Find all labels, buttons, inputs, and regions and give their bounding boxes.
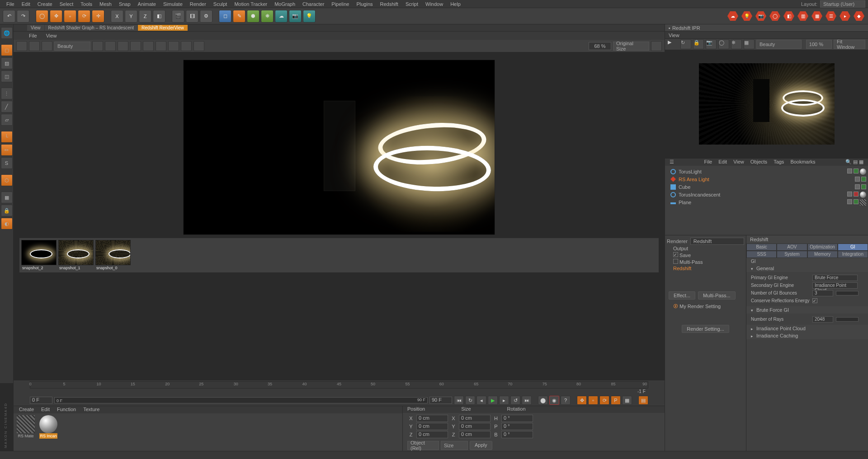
frame-start-field[interactable]: 0 F — [30, 397, 52, 404]
ipr-view-menu[interactable]: View — [665, 32, 868, 39]
rv-play-btn[interactable] — [29, 41, 40, 51]
rv-lock-btn[interactable] — [118, 41, 128, 51]
layout-select[interactable]: Startup (User) — [820, 0, 865, 8]
ipr-freeze-btn[interactable]: ❄ — [731, 39, 742, 49]
secondary-gi-select[interactable]: Irradiance Point Cloud — [812, 282, 858, 289]
deformer-btn[interactable]: ❋ — [261, 10, 274, 23]
planar-btn[interactable]: ◐ — [1, 218, 13, 230]
undo-btn[interactable]: ↶ — [3, 10, 15, 23]
tab-view[interactable]: View — [27, 25, 44, 31]
ipr-bucket-btn[interactable]: ▦ — [744, 39, 755, 49]
material-rs-mate[interactable]: RS Mate — [15, 415, 36, 449]
menu-help[interactable]: Help — [447, 0, 464, 8]
axis-tool-btn[interactable]: └ — [1, 131, 13, 143]
workplane-btn[interactable]: ◫ — [1, 70, 13, 82]
obj-cube[interactable]: Cube — [667, 183, 866, 191]
rv-menu-file[interactable]: File — [29, 33, 37, 38]
conserve-energy-checkbox[interactable] — [812, 298, 817, 303]
primary-gi-select[interactable]: Brute Force — [812, 275, 858, 281]
rv-zoom-field[interactable]: 68 % — [589, 42, 611, 50]
tab-renderview[interactable]: Redshift RenderView — [138, 25, 188, 31]
render-viewport[interactable]: snapshot_2 snapshot_1 snapshot_0 — [14, 52, 665, 380]
axis-x-btn[interactable]: X — [111, 10, 123, 23]
tab-memory[interactable]: Memory — [807, 251, 838, 258]
om-file[interactable]: File — [704, 159, 712, 165]
rs-hex-5[interactable]: ◧ — [783, 10, 795, 23]
points-mode-btn[interactable]: ⋮ — [1, 88, 13, 99]
key-scale-btn[interactable]: ▫ — [588, 396, 598, 405]
effect-button[interactable]: Effect... — [669, 291, 695, 300]
menu-plugins[interactable]: Plugins — [353, 0, 376, 8]
tab-sss[interactable]: SSS — [746, 251, 777, 258]
om-tags[interactable]: Tags — [774, 159, 784, 165]
environment-btn[interactable]: ☁ — [275, 10, 288, 23]
render-settings-btn[interactable]: ⚙ — [200, 10, 212, 23]
size-z-field[interactable]: 0 cm — [459, 431, 491, 438]
rs-hex-7[interactable]: ▦ — [811, 10, 823, 23]
axis-y-btn[interactable]: Y — [125, 10, 137, 23]
my-render-setting[interactable]: ⦿ My Render Setting — [667, 303, 744, 309]
menu-script[interactable]: Script — [402, 0, 422, 8]
recent-tool-btn[interactable]: ✛ — [92, 10, 104, 23]
rv-add-btn[interactable] — [181, 41, 192, 51]
menu-render[interactable]: Render — [186, 0, 210, 8]
gi-bounces-field[interactable]: 3 — [812, 290, 833, 296]
apply-button[interactable]: Apply — [470, 441, 492, 450]
viewport-solo-btn[interactable]: S — [1, 157, 13, 169]
rs-hex-6[interactable]: ▥ — [797, 10, 809, 23]
rotate-btn[interactable]: ⟳ — [78, 10, 90, 23]
om-bookmarks[interactable]: Bookmarks — [790, 159, 815, 165]
menu-motiontracker[interactable]: Motion Tracker — [231, 0, 271, 8]
obj-plane[interactable]: Plane — [667, 198, 866, 206]
model-mode-btn[interactable]: ▢ — [1, 44, 13, 56]
key-options-btn[interactable]: ? — [561, 396, 571, 405]
rs-hex-10[interactable]: ◆ — [853, 10, 865, 23]
timeline-ruler[interactable]: 0 5 10 15 20 25 30 35 40 45 50 55 60 65 … — [30, 381, 648, 389]
tab-basic[interactable]: Basic — [746, 244, 777, 251]
rs-hex-2[interactable]: 💡 — [741, 10, 753, 23]
rot-h-field[interactable]: 0 ° — [501, 415, 533, 422]
size-mode-select[interactable]: Size — [441, 441, 468, 450]
menu-animate[interactable]: Animate — [134, 0, 160, 8]
material-rs-incan[interactable]: RS Incan — [38, 415, 59, 449]
ipr-zoom-field[interactable]: 100 % — [806, 40, 832, 49]
rs-hex-9[interactable]: ▸ — [839, 10, 851, 23]
snapshot-0[interactable]: snapshot_0 — [95, 240, 131, 271]
snap-btn[interactable]: ⬡ — [1, 174, 13, 186]
rv-channel-btn[interactable] — [92, 41, 103, 51]
rs-hex-4[interactable]: ◯ — [769, 10, 781, 23]
rv-pass-select[interactable]: Beauty — [54, 42, 90, 51]
redo-btn[interactable]: ↷ — [17, 10, 29, 23]
tab-integration[interactable]: Integration — [838, 251, 868, 258]
tree-multipass[interactable]: Multi-Pass — [667, 258, 744, 265]
obj-toruslight[interactable]: TorusLight — [667, 168, 866, 175]
move-btn[interactable]: ✥ — [50, 10, 62, 23]
rv-screen-btn[interactable] — [168, 41, 179, 51]
rs-hex-3[interactable]: 📷 — [755, 10, 767, 23]
save-checkbox[interactable] — [673, 252, 678, 257]
ipr-play-btn[interactable]: ▶ — [668, 39, 679, 49]
rv-gear-btn[interactable] — [651, 41, 662, 51]
ipr-region-btn[interactable]: ◯ — [718, 39, 729, 49]
mat-menu-edit[interactable]: Edit — [41, 407, 50, 413]
pos-y-field[interactable]: 0 cm — [416, 423, 448, 430]
rv-grid-btn[interactable] — [130, 41, 141, 51]
menu-snap[interactable]: Snap — [115, 0, 134, 8]
pos-z-field[interactable]: 0 cm — [416, 431, 448, 438]
key-pla-btn[interactable]: ▦ — [622, 396, 632, 405]
generator-btn[interactable]: ⬢ — [247, 10, 259, 23]
tab-system[interactable]: System — [777, 251, 807, 258]
reverse-play-btn[interactable]: ↻ — [465, 396, 475, 405]
polys-mode-btn[interactable]: ▱ — [1, 114, 13, 126]
om-edit[interactable]: Edit — [718, 159, 727, 165]
tab-aov[interactable]: AOV — [777, 244, 807, 251]
rv-crop-btn[interactable] — [105, 41, 116, 51]
gi-bounces-slider[interactable] — [836, 291, 859, 295]
render-pict-btn[interactable]: 🎞 — [186, 10, 198, 23]
rv-menu-view[interactable]: View — [46, 33, 57, 38]
prev-frame-btn[interactable]: ◂ — [476, 396, 486, 405]
menu-mesh[interactable]: Mesh — [96, 0, 115, 8]
menu-file[interactable]: File — [3, 0, 18, 8]
ipr-lock-btn[interactable]: 🔒 — [693, 39, 704, 49]
ipr-fit-select[interactable]: Fit Window — [834, 40, 865, 49]
